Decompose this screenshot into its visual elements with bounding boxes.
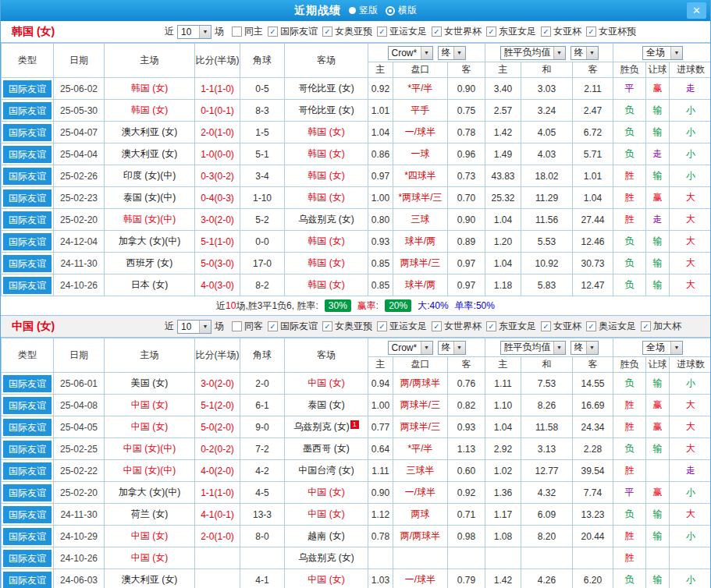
league-type-badge[interactable]: 国际友谊 — [3, 462, 52, 480]
home-team[interactable]: 韩国 (女) — [105, 78, 195, 100]
league-type-badge[interactable]: 国际友谊 — [3, 233, 52, 250]
avg-odds-select[interactable]: 胜平负均值▼ — [500, 46, 566, 60]
away-team[interactable]: 韩国 (女) — [285, 165, 368, 187]
score[interactable]: 0-4(0-3) — [195, 187, 240, 209]
score[interactable]: 2-0(1-0) — [195, 526, 240, 547]
score[interactable]: 0-1(0-1) — [195, 100, 240, 122]
home-team[interactable]: 荷兰 (女) — [105, 504, 195, 526]
final-odds-select[interactable]: 终▼ — [438, 341, 466, 355]
score[interactable] — [195, 547, 240, 569]
league-type-badge[interactable]: 国际友谊 — [3, 441, 52, 458]
filter-checkbox-7[interactable]: ✓女亚杯预 — [586, 25, 636, 38]
filter-checkbox-3[interactable]: ✓亚运女足 — [377, 320, 427, 333]
home-team[interactable]: 澳大利亚 (女) — [105, 122, 195, 143]
bookmaker-select[interactable]: Crow*▼ — [388, 46, 433, 60]
league-type-badge[interactable]: 国际友谊 — [3, 484, 52, 501]
home-team[interactable]: 中国 (女)(中) — [105, 438, 195, 460]
home-team[interactable]: 韩国 (女) — [105, 100, 195, 122]
score[interactable]: 5-0(2-0) — [195, 416, 240, 438]
home-team[interactable]: 韩国 (女)(中) — [105, 209, 195, 231]
away-team[interactable]: 墨西哥 (女) — [285, 438, 368, 460]
score[interactable]: 1-0(0-0) — [195, 143, 240, 165]
filter-checkbox-2[interactable]: ✓女奥亚预 — [322, 25, 372, 38]
league-type-badge[interactable]: 国际友谊 — [3, 168, 52, 185]
score[interactable]: 0-2(0-2) — [195, 438, 240, 460]
league-type-badge[interactable]: 国际友谊 — [3, 550, 52, 567]
league-type-badge[interactable]: 国际友谊 — [3, 572, 52, 588]
league-type-badge[interactable]: 国际友谊 — [3, 375, 52, 392]
away-team[interactable]: 韩国 (女) — [285, 253, 368, 275]
filter-checkbox-6[interactable]: ✓女亚杯 — [541, 320, 581, 333]
score[interactable]: 5-1(1-0) — [195, 231, 240, 253]
score[interactable]: 4-0(3-0) — [195, 275, 240, 296]
home-team[interactable]: 印度 (女)(中) — [105, 165, 195, 187]
match-scope-select[interactable]: 全场▼ — [642, 46, 683, 60]
filter-checkbox-2[interactable]: ✓女奥亚预 — [322, 320, 372, 333]
bookmaker-select[interactable]: Crow*▼ — [388, 341, 433, 355]
away-team[interactable]: 韩国 (女) — [285, 187, 368, 209]
away-team[interactable]: 乌兹别克 (女) — [285, 547, 368, 569]
score[interactable]: 4-1(0-1) — [195, 504, 240, 526]
score[interactable]: 5-0(3-0) — [195, 253, 240, 275]
recent-count-select[interactable]: 10▼ — [177, 25, 212, 39]
home-team[interactable]: 加拿大 (女)(中) — [105, 231, 195, 253]
away-team[interactable]: 中国 (女) — [285, 504, 368, 526]
home-team[interactable]: 中国 (女) — [105, 395, 195, 416]
home-team[interactable]: 澳大利亚 (女) — [105, 569, 195, 588]
score[interactable]: 0-3(0-2) — [195, 165, 240, 187]
final-odds-select[interactable]: 终▼ — [571, 341, 599, 355]
filter-checkbox-0[interactable]: 同主 — [232, 25, 263, 38]
league-type-badge[interactable]: 国际友谊 — [3, 277, 52, 294]
score[interactable]: 3-0(2-0) — [195, 209, 240, 231]
score[interactable] — [195, 569, 240, 588]
filter-checkbox-1[interactable]: ✓国际友谊 — [268, 320, 318, 333]
layout-radio-horizontal[interactable]: 横版 — [386, 4, 417, 17]
match-scope-select[interactable]: 全场▼ — [642, 341, 683, 355]
home-team[interactable]: 美国 (女) — [105, 373, 195, 395]
away-team[interactable]: 中国 (女) — [285, 482, 368, 504]
filter-checkbox-5[interactable]: ✓东亚女足 — [486, 25, 536, 38]
home-team[interactable]: 日本 (女) — [105, 275, 195, 296]
away-team[interactable]: 中国 (女) — [285, 569, 368, 588]
away-team[interactable]: 中国台湾 (女) — [285, 460, 368, 482]
final-odds-select[interactable]: 终▼ — [438, 46, 466, 60]
avg-odds-select[interactable]: 胜平负均值▼ — [500, 341, 566, 355]
league-type-badge[interactable]: 国际友谊 — [3, 528, 52, 545]
away-team[interactable]: 韩国 (女) — [285, 275, 368, 296]
league-type-badge[interactable]: 国际友谊 — [3, 211, 52, 228]
recent-count-select[interactable]: 10▼ — [177, 320, 212, 334]
league-type-badge[interactable]: 国际友谊 — [3, 397, 52, 414]
league-type-badge[interactable]: 国际友谊 — [3, 146, 52, 163]
away-team[interactable]: 哥伦比亚 (女) — [285, 78, 368, 100]
filter-checkbox-7[interactable]: ✓奥运女足 — [586, 320, 636, 333]
league-type-badge[interactable]: 国际友谊 — [3, 102, 52, 119]
home-team[interactable]: 澳大利亚 (女) — [105, 143, 195, 165]
away-team[interactable]: 中国 (女) — [285, 373, 368, 395]
home-team[interactable]: 中国 (女) — [105, 547, 195, 569]
home-team[interactable]: 西班牙 (女) — [105, 253, 195, 275]
home-team[interactable]: 中国 (女)(中) — [105, 460, 195, 482]
score[interactable]: 3-0(2-0) — [195, 373, 240, 395]
home-team[interactable]: 泰国 (女)(中) — [105, 187, 195, 209]
final-odds-select[interactable]: 终▼ — [571, 46, 599, 60]
filter-checkbox-3[interactable]: ✓亚运女足 — [377, 25, 427, 38]
away-team[interactable]: 哥伦比亚 (女) — [285, 100, 368, 122]
league-type-badge[interactable]: 国际友谊 — [3, 190, 52, 207]
filter-checkbox-6[interactable]: ✓女亚杯 — [541, 25, 581, 38]
filter-checkbox-4[interactable]: ✓女世界杯 — [432, 25, 482, 38]
filter-checkbox-4[interactable]: ✓女世界杯 — [432, 320, 482, 333]
filter-checkbox-8[interactable]: ✓加大杯 — [641, 320, 681, 333]
away-team[interactable]: 泰国 (女) — [285, 395, 368, 416]
league-type-badge[interactable]: 国际友谊 — [3, 124, 52, 141]
home-team[interactable]: 中国 (女) — [105, 416, 195, 438]
home-team[interactable]: 加拿大 (女)(中) — [105, 482, 195, 504]
filter-checkbox-5[interactable]: ✓东亚女足 — [486, 320, 536, 333]
score[interactable]: 4-0(2-0) — [195, 460, 240, 482]
league-type-badge[interactable]: 国际友谊 — [3, 419, 52, 436]
home-team[interactable]: 中国 (女) — [105, 526, 195, 547]
filter-checkbox-1[interactable]: ✓国际友谊 — [268, 25, 318, 38]
filter-checkbox-0[interactable]: 同客 — [232, 320, 263, 333]
league-type-badge[interactable]: 国际友谊 — [3, 80, 52, 97]
close-icon[interactable]: ✕ — [687, 2, 706, 19]
score[interactable]: 2-0(1-0) — [195, 122, 240, 143]
